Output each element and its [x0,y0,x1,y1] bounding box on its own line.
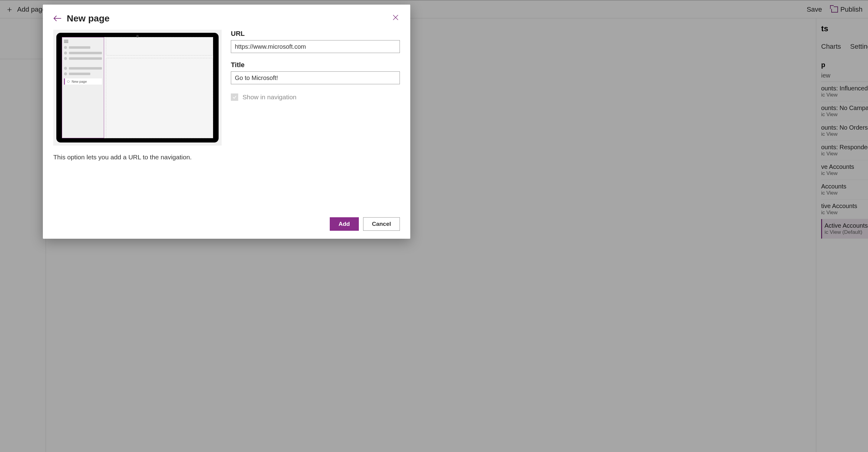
preview-new-page-row: New page [64,79,102,85]
new-page-modal: New page [43,5,410,239]
add-button[interactable]: Add [330,217,359,231]
title-label: Title [231,61,400,69]
url-label: URL [231,30,400,38]
preview-image: New page [53,30,222,146]
modal-description: This option lets you add a URL to the na… [53,146,222,161]
back-button[interactable] [53,15,61,22]
arrow-left-icon [53,15,61,22]
show-in-nav-checkbox: Show in navigation [231,93,400,101]
svg-point-3 [67,81,69,83]
title-input[interactable] [231,72,400,84]
cancel-button[interactable]: Cancel [363,217,400,231]
modal-title: New page [67,13,110,24]
url-input[interactable] [231,40,400,53]
show-in-nav-label: Show in navigation [243,93,297,101]
close-icon [393,15,399,21]
close-button[interactable] [391,13,400,22]
checkbox-checked-disabled-icon [231,93,238,101]
preview-new-page-label: New page [72,80,87,83]
